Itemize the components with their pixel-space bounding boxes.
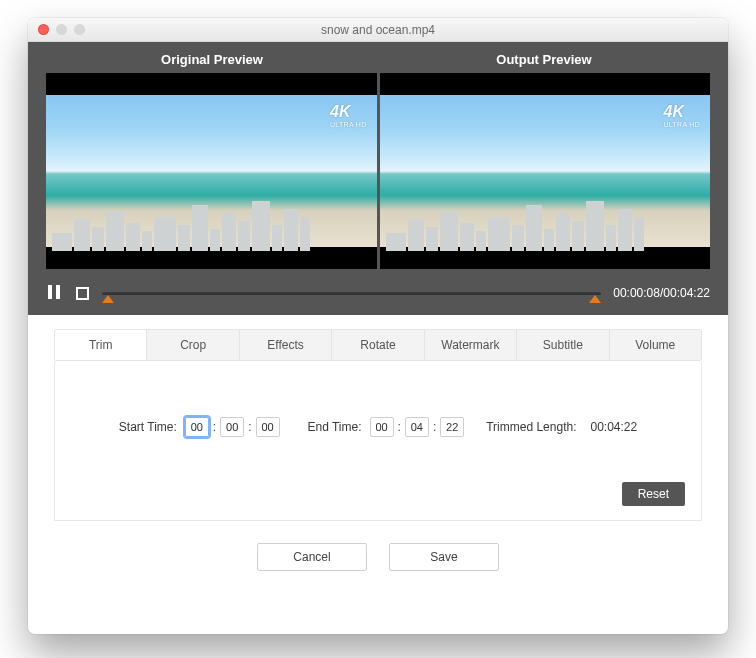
tab-trim[interactable]: Trim bbox=[55, 330, 146, 360]
trim-panel: Start Time: : : End Time: : : Trimmed Le… bbox=[54, 361, 702, 521]
output-preview: 4K ULTRA HD bbox=[380, 73, 711, 269]
colon: : bbox=[433, 420, 436, 434]
current-time: 00:00:08 bbox=[613, 286, 660, 300]
pause-button[interactable] bbox=[46, 285, 62, 301]
tab-rotate[interactable]: Rotate bbox=[331, 330, 423, 360]
pause-icon bbox=[48, 285, 60, 302]
footer-buttons: Cancel Save bbox=[54, 543, 702, 571]
start-mm-input[interactable] bbox=[220, 417, 244, 437]
save-button[interactable]: Save bbox=[389, 543, 499, 571]
tab-subtitle[interactable]: Subtitle bbox=[516, 330, 608, 360]
end-hh-input[interactable] bbox=[370, 417, 394, 437]
stop-icon bbox=[76, 287, 89, 300]
total-time: 00:04:22 bbox=[663, 286, 710, 300]
playback-bar: 00:00:08/00:04:22 bbox=[46, 285, 710, 301]
resolution-badge: 4K ULTRA HD bbox=[330, 103, 367, 128]
editor-panel: Trim Crop Effects Rotate Watermark Subti… bbox=[28, 315, 728, 571]
tab-crop[interactable]: Crop bbox=[146, 330, 238, 360]
cancel-button[interactable]: Cancel bbox=[257, 543, 367, 571]
start-ss-input[interactable] bbox=[256, 417, 280, 437]
window-controls bbox=[38, 24, 85, 35]
badge-text: 4K bbox=[664, 103, 684, 120]
timeline-track bbox=[102, 292, 601, 295]
end-time-label: End Time: bbox=[308, 420, 362, 434]
end-mm-input[interactable] bbox=[405, 417, 429, 437]
end-time-group: End Time: : : bbox=[308, 417, 465, 437]
resolution-badge: 4K ULTRA HD bbox=[664, 103, 701, 128]
trim-fields: Start Time: : : End Time: : : Trimmed Le… bbox=[79, 417, 677, 437]
tab-volume[interactable]: Volume bbox=[609, 330, 701, 360]
tab-watermark[interactable]: Watermark bbox=[424, 330, 516, 360]
preview-row: 4K ULTRA HD bbox=[46, 73, 710, 269]
start-hh-input[interactable] bbox=[185, 417, 209, 437]
trim-handle-start[interactable] bbox=[102, 295, 114, 303]
end-ss-input[interactable] bbox=[440, 417, 464, 437]
preview-area: Original Preview Output Preview bbox=[28, 42, 728, 315]
zoom-window-button[interactable] bbox=[74, 24, 85, 35]
window-title: snow and ocean.mp4 bbox=[28, 23, 728, 37]
editor-tabs: Trim Crop Effects Rotate Watermark Subti… bbox=[54, 329, 702, 361]
trimmed-length-label: Trimmed Length: bbox=[486, 420, 576, 434]
minimize-window-button[interactable] bbox=[56, 24, 67, 35]
trim-handle-end[interactable] bbox=[589, 295, 601, 303]
start-time-group: Start Time: : : bbox=[119, 417, 280, 437]
output-preview-label: Output Preview bbox=[378, 52, 710, 67]
badge-subtext: ULTRA HD bbox=[664, 121, 701, 128]
close-window-button[interactable] bbox=[38, 24, 49, 35]
editor-window: snow and ocean.mp4 Original Preview Outp… bbox=[28, 18, 728, 634]
timecode: 00:00:08/00:04:22 bbox=[613, 286, 710, 300]
preview-labels: Original Preview Output Preview bbox=[46, 52, 710, 67]
trimmed-length-value: 00:04:22 bbox=[590, 420, 637, 434]
tab-effects[interactable]: Effects bbox=[239, 330, 331, 360]
stop-button[interactable] bbox=[74, 285, 90, 301]
reset-button[interactable]: Reset bbox=[622, 482, 685, 506]
badge-text: 4K bbox=[330, 103, 350, 120]
start-time-label: Start Time: bbox=[119, 420, 177, 434]
colon: : bbox=[248, 420, 251, 434]
original-preview: 4K ULTRA HD bbox=[46, 73, 377, 269]
titlebar: snow and ocean.mp4 bbox=[28, 18, 728, 42]
original-preview-label: Original Preview bbox=[46, 52, 378, 67]
colon: : bbox=[213, 420, 216, 434]
badge-subtext: ULTRA HD bbox=[330, 121, 367, 128]
colon: : bbox=[398, 420, 401, 434]
timeline-slider[interactable] bbox=[102, 286, 601, 300]
